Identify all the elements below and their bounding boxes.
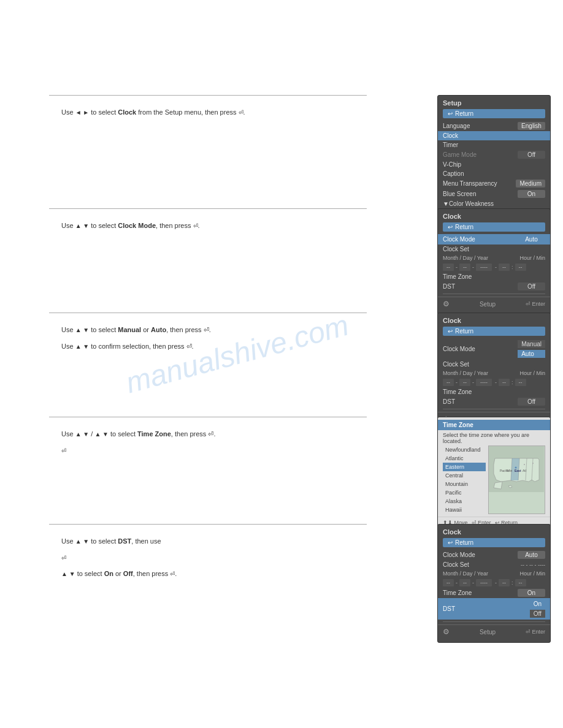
row-timezone-2: Time Zone	[438, 272, 550, 281]
tz-newfoundland[interactable]: Newfoundland	[443, 446, 486, 454]
val-gamemode: Off	[518, 151, 545, 159]
val-bluescreen: On	[518, 190, 545, 198]
clock-panel-3: Clock Return Clock Mode Manual Auto Cloc…	[437, 313, 551, 430]
panel-title-3: Clock	[438, 316, 550, 327]
dash-hour-2: --	[499, 264, 510, 271]
row-clock: Clock	[438, 131, 550, 140]
section-5: Use ▲ ▼ to select DST, then use ⏎ ▲ ▼ to…	[49, 524, 367, 604]
row-clockset-5: Clock Set -- - -- - ----	[438, 560, 550, 569]
val-timezone-5: On	[518, 589, 545, 597]
section-2: Use ▲ ▼ to select Clock Mode, then press…	[49, 208, 367, 276]
return-arrow-5	[448, 539, 453, 546]
tz-central[interactable]: Central	[443, 471, 486, 480]
clock-panel-2: Clock Return Clock Mode Auto Clock Set M…	[437, 208, 551, 315]
section-5-text3: ▲ ▼ to select On or Off, then press ⏎.	[61, 568, 354, 580]
tz-content: Newfoundland Atlantic Eastern Central Mo…	[438, 446, 550, 514]
return-arrow-2	[448, 224, 453, 230]
section-3-text: Use ▲ ▼ to select Manual or Auto, then p…	[61, 324, 354, 336]
dash-min-5: --	[515, 579, 526, 586]
ud-arrows-4b: ▲ ▼	[94, 429, 109, 439]
footer-5: Setup ⏎ Enter	[438, 624, 550, 637]
us-map-svg: Pacific Mtn East Atl	[489, 446, 544, 492]
setup-label-5: Setup	[480, 629, 496, 635]
section-2-text: Use ▲ ▼ to select Clock Mode, then press…	[61, 220, 354, 232]
option-auto[interactable]: Auto	[518, 350, 545, 358]
section-4-text: Use ▲ ▼ / ▲ ▼ to select Time Zone, then …	[61, 428, 354, 440]
tz-mountain[interactable]: Mountain	[443, 480, 486, 488]
svg-point-15	[532, 463, 534, 464]
tz-eastern[interactable]: Eastern	[443, 463, 486, 471]
gear-icon-2	[443, 300, 450, 308]
tz-list: Newfoundland Atlantic Eastern Central Mo…	[443, 446, 486, 514]
return-btn-5[interactable]: Return	[443, 538, 545, 547]
tz-title: Time Zone	[438, 420, 550, 430]
clockset-dashes-3: -- - -- - ---- - -- : --	[438, 377, 550, 387]
dash-month-5: --	[443, 579, 454, 586]
row-timezone-3: Time Zone	[438, 387, 550, 396]
row-timer: Timer	[438, 140, 550, 150]
gear-icon-5	[443, 628, 450, 636]
dash-hour-5: --	[499, 579, 510, 586]
divider-2	[443, 294, 545, 294]
dash-hour-3: --	[499, 379, 510, 386]
dash-day-2: --	[459, 264, 470, 271]
enter-icon-1: ⏎	[239, 107, 243, 118]
clock-panel-5: Clock Return Clock Mode Auto Clock Set -…	[437, 524, 551, 643]
dst-off[interactable]: Off	[530, 610, 545, 618]
tz-map: Pacific Mtn East Atl	[488, 446, 545, 514]
row-menutrans: Menu Transparency Medium	[438, 178, 550, 189]
row-dst-5: DST On Off	[438, 598, 550, 620]
tz-alaska[interactable]: Alaska	[443, 497, 486, 506]
lr-arrows: ◄ ►	[75, 107, 90, 118]
section-3-text2: Use ▲ ▼ to confirm selection, then press…	[61, 341, 354, 352]
row-clockmode-3: Clock Mode Manual Auto	[438, 338, 550, 360]
row-caption: Caption	[438, 169, 550, 178]
svg-text:Atl: Atl	[523, 469, 526, 472]
svg-point-13	[515, 467, 517, 469]
row-bluescreen: Blue Screen On	[438, 189, 550, 199]
row-dst-3: DST Off	[438, 396, 550, 407]
row-language: Language English	[438, 121, 550, 131]
dash-day-3: --	[459, 379, 470, 386]
enter-label-5: ⏎ Enter	[526, 629, 545, 635]
row-vchip: V-Chip	[438, 160, 550, 169]
panel-title-1: Setup	[438, 98, 550, 109]
section-3: Use ▲ ▼ to select Manual or Auto, then p…	[49, 313, 367, 380]
val-dst-3: Off	[518, 398, 545, 406]
return-arrow-1	[448, 110, 453, 117]
tz-atlantic[interactable]: Atlantic	[443, 454, 486, 463]
tz-hawaii[interactable]: Hawaii	[443, 506, 486, 514]
svg-text:East: East	[515, 469, 521, 472]
dash-year-5: ----	[476, 579, 492, 586]
ud-arrows-5b: ▲ ▼	[61, 569, 75, 579]
divider-3	[443, 409, 545, 409]
tz-subtitle: Select the time zone where you are locat…	[438, 430, 550, 446]
clockset-header-3: Month / Day / Year Hour / Min	[438, 369, 550, 377]
panel-title-5: Clock	[438, 527, 550, 538]
section-1: Use ◄ ► to select Clock from the Setup m…	[49, 95, 367, 169]
row-clockmode-5: Clock Mode Auto	[438, 550, 550, 560]
enter-icon-2: ⏎	[193, 221, 198, 231]
section-5-text2: ⏎	[61, 552, 354, 564]
footer-2: Setup ⏎ Enter	[438, 297, 550, 309]
val-menutrans: Medium	[516, 180, 545, 188]
row-colorweak: ▼Color Weakness	[438, 199, 550, 208]
ud-arrows-4a: ▲ ▼	[75, 429, 90, 439]
return-btn-3[interactable]: Return	[443, 327, 545, 336]
clockset-header-2: Month / Day / Year Hour / Min	[438, 254, 550, 262]
return-btn-1[interactable]: Return	[443, 109, 545, 118]
val-clockmode-2: Auto	[518, 235, 545, 243]
dash-year-3: ----	[476, 379, 492, 386]
setup-label-2: Setup	[480, 301, 496, 308]
section-5-text: Use ▲ ▼ to select DST, then use	[61, 536, 354, 547]
dash-month-3: --	[443, 379, 454, 386]
clockset-dashes-5: -- - -- - ---- - -- : --	[438, 578, 550, 588]
dst-on[interactable]: On	[530, 600, 545, 608]
tz-pacific[interactable]: Pacific	[443, 488, 486, 497]
dash-day-5: --	[459, 579, 470, 586]
svg-marker-2	[494, 482, 502, 489]
ud-arrows-2: ▲ ▼	[75, 221, 90, 231]
row-clockset-3: Clock Set	[438, 360, 550, 369]
return-btn-2[interactable]: Return	[443, 222, 545, 232]
option-manual[interactable]: Manual	[518, 340, 545, 348]
